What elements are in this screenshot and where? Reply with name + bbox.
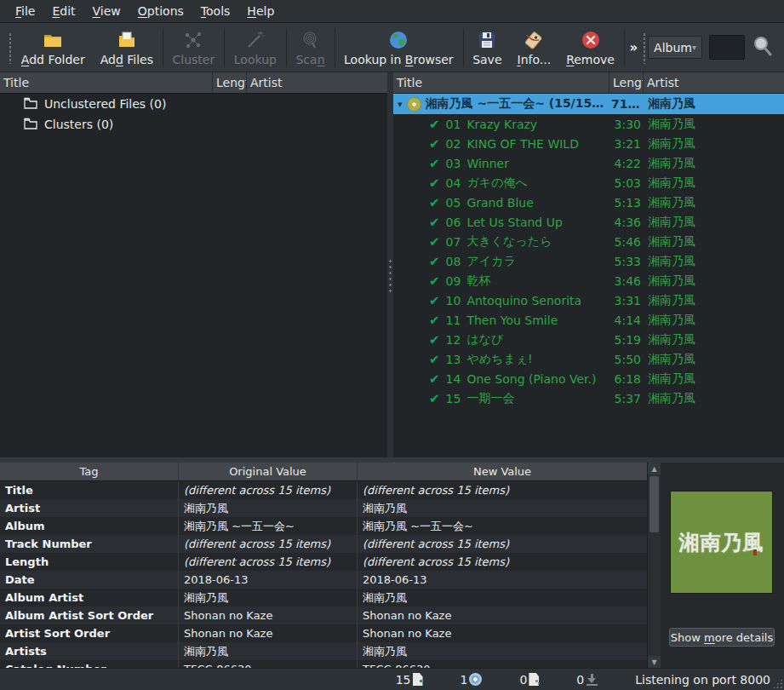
search-toolbar-drag-handle[interactable] <box>642 32 645 64</box>
track-title: Grand Blue <box>466 196 533 210</box>
track-row[interactable]: ✔ 06 Let Us Stand Up 4:36 湘南乃風 <box>393 212 784 232</box>
scan-button[interactable]: Scan <box>288 25 332 71</box>
save-button[interactable]: Save <box>465 25 509 71</box>
remove-button[interactable]: Remove <box>558 25 622 71</box>
scrollbar-thumb[interactable] <box>650 476 659 532</box>
track-number: 15 <box>446 392 461 405</box>
menu-tools[interactable]: Tools <box>192 3 239 20</box>
scrollbar-track[interactable] <box>648 474 661 656</box>
column-title[interactable]: Title <box>0 72 213 93</box>
metadata-row[interactable]: Album Artist 湘南乃風 湘南乃風 <box>0 589 647 607</box>
track-list: ✔ 01 Krazy Krazy 3:30 湘南乃風 ✔ 02 KING OF … <box>393 114 784 408</box>
album-cover-art[interactable]: 湘南乃風 <box>670 491 773 594</box>
menu-options[interactable]: Options <box>129 3 192 20</box>
album-row[interactable]: ▾ 湘南乃風 ~一五一会~ (15/15… 71… 湘南乃風 <box>393 94 784 114</box>
metadata-row[interactable]: Album 湘南乃風 ~一五一会~ 湘南乃風 ~一五一会~ <box>0 517 647 535</box>
fingerprint-icon <box>299 29 321 51</box>
files-count: 15 <box>396 673 411 687</box>
track-row[interactable]: ✔ 12 はなび 5:19 湘南乃風 <box>393 330 784 349</box>
check-icon: ✔ <box>429 195 440 210</box>
add-folder-label: Add Folder <box>21 53 85 66</box>
search-input[interactable] <box>709 35 745 60</box>
original-value: 湘南乃風 <box>179 499 358 517</box>
vertical-splitter[interactable] <box>387 72 393 457</box>
track-row[interactable]: ✔ 08 アイカラ 5:33 湘南乃風 <box>393 251 784 271</box>
track-row[interactable]: ✔ 13 やめちまぇ! 5:50 湘南乃風 <box>393 349 784 369</box>
track-length: 5:13 <box>609 196 644 210</box>
search-icon[interactable] <box>752 35 774 60</box>
track-row[interactable]: ✔ 14 One Song (Piano Ver.) 6:18 湘南乃風 <box>393 369 784 388</box>
cluster-icon <box>182 29 204 51</box>
track-row[interactable]: ✔ 01 Krazy Krazy 3:30 湘南乃風 <box>393 114 784 134</box>
pending-requests-counter: 0 <box>576 673 598 687</box>
track-row[interactable]: ✔ 07 大きくなったら 5:46 湘南乃風 <box>393 232 784 251</box>
tag-name: Track Number <box>0 535 179 553</box>
column-tag[interactable]: Tag <box>0 463 179 480</box>
tag-name: Date <box>0 571 179 589</box>
track-row[interactable]: ✔ 02 KING OF THE WILD 3:21 湘南乃風 <box>393 134 784 153</box>
track-title: 大きくなったら <box>466 234 552 250</box>
metadata-row[interactable]: Artist Sort Order Shonan no Kaze Shonan … <box>0 624 647 642</box>
metadata-row[interactable]: Track Number (different across 15 items)… <box>0 535 647 553</box>
info-button[interactable]: Info... <box>510 25 559 71</box>
column-length[interactable]: Length <box>609 72 644 93</box>
scrollbar-down-button[interactable]: ▼ <box>648 656 661 668</box>
column-length[interactable]: Length <box>213 72 247 93</box>
original-value: 湘南乃風 <box>179 642 358 660</box>
track-number: 03 <box>446 157 461 170</box>
new-value: Shonan no Kaze <box>358 624 647 642</box>
files-icon <box>413 673 423 686</box>
lookup-in-browser-button[interactable]: Lookup in Browser <box>336 25 461 71</box>
track-artist: 湘南乃風 <box>644 117 784 132</box>
metadata-row[interactable]: Album Artist Sort Order Shonan no Kaze S… <box>0 607 647 624</box>
track-row[interactable]: ✔ 09 乾杯 3:46 湘南乃風 <box>393 271 784 290</box>
tree-item[interactable]: Clusters (0) <box>0 114 387 135</box>
menu-help[interactable]: Help <box>238 3 283 20</box>
track-title: やめちまぇ! <box>466 352 532 367</box>
track-row[interactable]: ✔ 05 Grand Blue 5:13 湘南乃風 <box>393 193 784 212</box>
metadata-row[interactable]: Length (different across 15 items) (diff… <box>0 553 647 571</box>
toolbar-separator <box>335 28 335 67</box>
track-row[interactable]: ✔ 04 ガキの俺へ 5:03 湘南乃風 <box>393 173 784 193</box>
search-category-dropdown[interactable]: Album ▾ <box>648 36 702 59</box>
lookup-button[interactable]: Lookup <box>226 25 284 71</box>
track-row[interactable]: ✔ 15 一期一会 5:37 湘南乃風 <box>393 388 784 408</box>
magic-wand-icon <box>244 29 266 51</box>
track-number: 11 <box>446 313 461 327</box>
expander-arrow-icon[interactable]: ▾ <box>398 99 403 110</box>
toolbar-overflow-chevron[interactable]: » <box>627 40 640 55</box>
tree-item[interactable]: Unclustered Files (0) <box>0 94 387 114</box>
check-icon: ✔ <box>429 175 440 191</box>
add-folder-button[interactable]: Add Folder <box>14 25 93 71</box>
show-more-details-button[interactable]: Show more details <box>669 628 775 647</box>
track-row[interactable]: ✔ 03 Winner 4:22 湘南乃風 <box>393 153 784 173</box>
files-counter: 15 <box>396 673 423 687</box>
track-row[interactable]: ✔ 10 Antoquino Senorita 3:31 湘南乃風 <box>393 290 784 310</box>
menu-edit[interactable]: Edit <box>43 3 83 20</box>
chevron-down-icon: ▾ <box>692 43 696 52</box>
tag-icon <box>523 29 545 51</box>
metadata-row[interactable]: Catalog Number TFCC-86630 TFCC-86630 <box>0 660 647 668</box>
album-pane-header: Title Length Artist <box>393 72 784 94</box>
column-new-value[interactable]: New Value <box>358 463 647 480</box>
column-original-value[interactable]: Original Value <box>179 463 358 480</box>
metadata-row[interactable]: Date 2018-06-13 2018-06-13 <box>0 571 647 589</box>
column-title[interactable]: Title <box>393 72 609 93</box>
track-length: 5:50 <box>609 353 644 366</box>
tree-item-label: Unclustered Files (0) <box>44 97 166 111</box>
column-artist[interactable]: Artist <box>247 72 387 93</box>
menu-file[interactable]: File <box>7 3 43 20</box>
metadata-row[interactable]: Artist 湘南乃風 湘南乃風 <box>0 499 647 517</box>
metadata-scrollbar[interactable]: ▲ ▼ <box>647 463 661 668</box>
metadata-row[interactable]: Artists 湘南乃風 湘南乃風 <box>0 642 647 660</box>
metadata-row[interactable]: Title (different across 15 items) (diffe… <box>0 481 647 499</box>
add-files-button[interactable]: Add Files <box>93 25 161 71</box>
menu-view[interactable]: View <box>84 3 129 20</box>
track-row[interactable]: ✔ 11 Then You Smile 4:14 湘南乃風 <box>393 310 784 330</box>
tag-name: Catalog Number <box>0 660 179 668</box>
scrollbar-up-button[interactable]: ▲ <box>648 463 661 474</box>
cluster-button[interactable]: Cluster <box>165 25 223 71</box>
track-artist: 湘南乃風 <box>644 313 784 328</box>
column-artist[interactable]: Artist <box>644 72 784 93</box>
toolbar-drag-handle[interactable] <box>8 32 11 64</box>
